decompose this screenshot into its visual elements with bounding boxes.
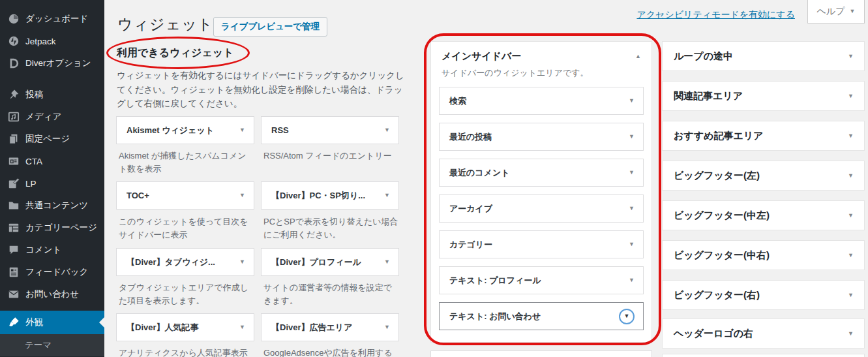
widget-card-diver-ad[interactable]: 【Diver】広告エリア ▼ <box>261 313 399 341</box>
chevron-down-icon[interactable]: ▼ <box>848 173 854 179</box>
sidebar-item-diver-options[interactable]: Diverオプション <box>0 52 104 74</box>
chevron-down-icon[interactable]: ▼ <box>624 313 630 319</box>
widget-card-description: GoogleAdsenceや広告を利用する <box>263 347 399 357</box>
chevron-down-icon[interactable]: ▼ <box>239 259 245 265</box>
chevron-up-icon[interactable]: ▲ <box>635 54 641 59</box>
widget-area-related-posts[interactable]: 関連記事エリア ▼ <box>662 81 865 111</box>
chevron-down-icon[interactable]: ▼ <box>384 259 390 265</box>
sidebar-item-label: Diverオプション <box>25 57 91 69</box>
sidebar-item-label: 外観 <box>25 317 43 328</box>
sidebar-item-shared-content[interactable]: 共通コンテンツ <box>0 194 104 217</box>
widget-card-title: TOC+ <box>127 191 149 200</box>
widget-area-title: ビッグフッター(右) <box>674 289 760 302</box>
sidebar-item-label: Jetpack <box>25 37 56 46</box>
chevron-down-icon[interactable]: ▼ <box>848 133 854 139</box>
sidebar-item-contact[interactable]: お問い合わせ <box>0 283 104 305</box>
chevron-down-icon[interactable]: ▼ <box>848 331 854 337</box>
live-preview-button[interactable]: ライブプレビューで管理 <box>213 17 327 37</box>
chevron-down-icon[interactable]: ▼ <box>848 253 854 258</box>
chevron-down-icon[interactable]: ▼ <box>848 213 854 219</box>
chevron-down-icon[interactable]: ▼ <box>629 206 635 211</box>
widget-area-bigfooter-right[interactable]: ビッグフッター(右) ▼ <box>662 280 865 310</box>
widget-area-title: ループの途中 <box>674 50 733 63</box>
sidebar-item-pages[interactable]: 固定ページ <box>0 128 104 150</box>
focus-ring: ▼ <box>619 309 635 324</box>
chevron-down-icon[interactable]: ▼ <box>384 127 390 133</box>
sidebar-widget-recent-comments[interactable]: 最近のコメント ▼ <box>439 159 644 187</box>
chevron-down-icon[interactable]: ▼ <box>629 277 635 283</box>
chevron-down-icon[interactable]: ▼ <box>384 324 390 330</box>
sidebar-item-category-page[interactable]: カテゴリーページ <box>0 217 104 239</box>
sidebar-item-appearance[interactable]: 外観 <box>0 311 104 334</box>
sidebar-subitem-themes[interactable]: テーマ <box>0 334 104 356</box>
widget-card-diver-popular[interactable]: 【Diver】人気記事 ▼ <box>116 313 254 341</box>
widget-card-title: 【Diver】人気記事 <box>127 322 199 334</box>
widget-card-akismet[interactable]: Akismet ウィジェット ▼ <box>116 116 254 144</box>
widget-area-title: ヘッダーロゴの右 <box>674 328 753 340</box>
sidebar-widget-categories[interactable]: カテゴリー ▼ <box>439 230 644 258</box>
chevron-down-icon[interactable]: ▼ <box>629 98 635 104</box>
widget-area-title: ビッグフッター(中左) <box>674 210 770 222</box>
sidebar-widget-archives[interactable]: アーカイブ ▼ <box>439 194 644 223</box>
chevron-down-icon[interactable]: ▼ <box>848 54 854 59</box>
sidebar-item-label: お問い合わせ <box>25 288 79 300</box>
widget-area-recommended-posts[interactable]: おすすめ記事エリア ▼ <box>662 121 865 151</box>
sidebar-widget-label: テキスト: お問い合わせ <box>449 311 541 322</box>
widget-card-title: 【Diver】PC・SP切り... <box>271 190 365 202</box>
sidebar-widget-recent-posts[interactable]: 最近の投稿 ▼ <box>439 123 644 151</box>
sidebar-widget-label: 検索 <box>449 95 466 107</box>
widget-card-description: サイトの運営者等の情報を設定できます。 <box>263 281 399 307</box>
page-title: ウィジェット <box>117 14 213 35</box>
sidebar-item-jetpack[interactable]: Jetpack <box>0 30 104 52</box>
widget-card-diver-pcsp[interactable]: 【Diver】PC・SP切り... ▼ <box>261 181 399 210</box>
comment-icon <box>8 244 20 256</box>
widget-area-bigfooter-midright[interactable]: ビッグフッター(中右) ▼ <box>662 240 865 270</box>
widget-card-description: このウィジェットを使って目次をサイドバーに表示 <box>119 215 254 241</box>
chevron-down-icon[interactable]: ▼ <box>239 324 245 330</box>
sidebar-widget-text-profile[interactable]: テキスト: プロフィール ▼ <box>439 266 644 294</box>
sidebar-item-comments[interactable]: コメント <box>0 239 104 261</box>
help-label: ヘルプ <box>817 6 845 18</box>
chevron-down-icon[interactable]: ▼ <box>629 134 635 140</box>
folder-icon <box>8 200 20 211</box>
chevron-down-icon[interactable]: ▼ <box>239 193 245 198</box>
widget-card-rss[interactable]: RSS ▼ <box>261 116 399 144</box>
sidebar-widget-label: テキスト: プロフィール <box>449 275 541 287</box>
sidebar-widget-search[interactable]: 検索 ▼ <box>439 87 644 115</box>
widget-card-toc[interactable]: TOC+ ▼ <box>116 181 254 210</box>
envelope-icon <box>8 288 20 300</box>
pages-icon <box>8 133 20 145</box>
widget-card-diver-profile[interactable]: 【Diver】プロフィール ▼ <box>261 248 399 276</box>
sidebar-item-cta[interactable]: CTA <box>0 150 104 172</box>
chevron-down-icon[interactable]: ▼ <box>629 241 635 247</box>
widget-area-mid-loop[interactable]: ループの途中 ▼ <box>662 41 865 71</box>
sidebar-item-label: CTA <box>25 157 42 166</box>
accessibility-mode-link[interactable]: アクセシビリティモードを有効にする <box>636 9 795 21</box>
widget-card-description: タブウィジェットエリアで作成した項目を表示します。 <box>119 281 254 307</box>
widget-card-diver-tab[interactable]: 【Diver】タブウィジ... ▼ <box>116 248 254 276</box>
chevron-down-icon: ▼ <box>850 8 856 14</box>
sidebar-item-feedback[interactable]: フィードバック <box>0 261 104 283</box>
sidebar-item-lp[interactable]: LP <box>0 172 104 194</box>
sidebar-item-label: LP <box>25 179 37 189</box>
sidebar-item-label: 共通コンテンツ <box>25 200 88 211</box>
chevron-down-icon[interactable]: ▼ <box>629 170 635 176</box>
chevron-down-icon[interactable]: ▼ <box>848 93 854 99</box>
widget-card-description: RSS/Atom フィードのエントリー <box>263 149 399 163</box>
chevron-down-icon[interactable]: ▼ <box>239 127 245 133</box>
sidebar-item-label: 投稿 <box>25 89 43 101</box>
help-dropdown[interactable]: ヘルプ ▼ <box>807 0 865 23</box>
pushpin-icon <box>8 89 20 101</box>
widget-card-title: 【Diver】タブウィジ... <box>127 256 215 268</box>
sidebar-item-media[interactable]: メディア <box>0 106 104 128</box>
sidebar-widget-label: カテゴリー <box>449 239 492 251</box>
sidebar-item-dashboard[interactable]: ダッシュボード <box>0 8 104 30</box>
sidebar-widget-text-contact[interactable]: テキスト: お問い合わせ ▼ <box>439 302 644 330</box>
chevron-down-icon[interactable]: ▼ <box>848 292 854 298</box>
widget-area-title: ビッグフッター(左) <box>674 170 760 182</box>
widget-area-bigfooter-midleft[interactable]: ビッグフッター(中左) ▼ <box>662 200 865 230</box>
widget-area-bigfooter-left[interactable]: ビッグフッター(左) ▼ <box>662 161 865 191</box>
chevron-down-icon[interactable]: ▼ <box>384 193 390 198</box>
sidebar-item-posts[interactable]: 投稿 <box>0 84 104 106</box>
widget-area-header-logo-right[interactable]: ヘッダーロゴの右 ▼ <box>662 318 865 349</box>
